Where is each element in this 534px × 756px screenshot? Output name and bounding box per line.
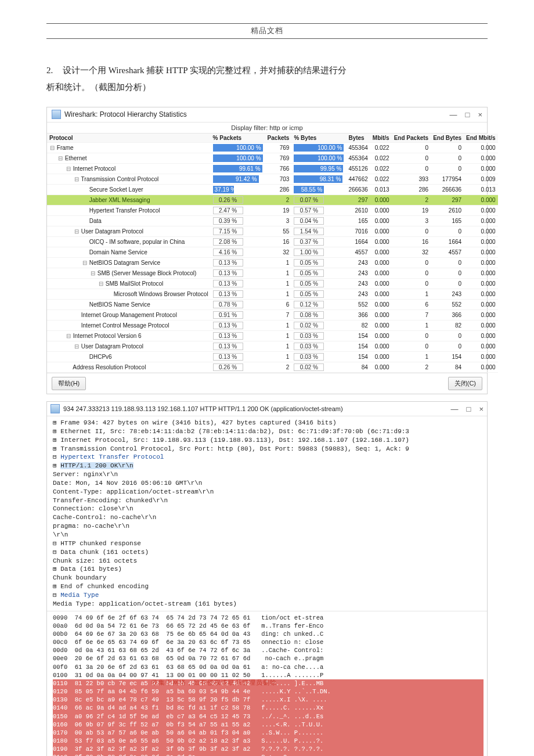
tree-line[interactable]: Content-Type: application/octet-stream\r… — [53, 488, 484, 496]
tree-line[interactable]: Media Type: application/octet-stream (16… — [53, 600, 484, 609]
tree-line[interactable]: ⊞ End of chunked encoding — [53, 582, 484, 591]
hex-line: 0100 31 0d 0a 0a 04 00 97 41 13 00 01 00… — [53, 671, 484, 679]
hex-line: 0170 00 ab 53 a7 57 a6 0e ab 50 a6 04 ab… — [53, 729, 484, 737]
table-row[interactable]: ⊟ NetBIOS Datagram Service0.13 %10.05 %2… — [47, 258, 498, 268]
tree-line[interactable]: Cache-Control: no-cache\r\n — [53, 513, 484, 522]
tree-line[interactable]: pragma: no-cache\r\n — [53, 522, 484, 531]
hex-line: 0160 06 9b 07 9f 3c ff 52 a7 0b f3 54 a7… — [53, 721, 484, 729]
tree-line[interactable]: Transfer-Encoding: chunked\r\n — [53, 496, 484, 505]
hex-line: 0090 74 69 6f 6e 2f 6f 63 74 65 74 2d 73… — [53, 614, 484, 622]
display-filter-label: Display filter: http or icmp — [47, 123, 487, 134]
table-row[interactable]: ⊟ SMB (Server Message Block Protocol)0.1… — [47, 268, 498, 279]
column-header[interactable]: End Packets — [392, 134, 431, 143]
close-button[interactable]: × — [478, 110, 482, 119]
table-row[interactable]: NetBIOS Name Service0.78 %60.12 %5520.00… — [47, 300, 498, 310]
table-row[interactable]: Microsoft Windows Browser Protocol0.13 %… — [47, 289, 498, 300]
column-header[interactable]: % Bytes — [291, 134, 346, 143]
table-row[interactable]: Address Resolution Protocol0.26 %20.02 %… — [47, 362, 498, 373]
close-button[interactable]: × — [479, 405, 484, 413]
packet-window: 934 247.333213 119.188.93.113 192.168.1.… — [46, 401, 488, 756]
tree-line[interactable]: ⊞ Internet Protocol, Src: 119.188.93.113… — [53, 436, 484, 445]
column-header[interactable]: Packets — [265, 134, 292, 143]
table-row[interactable]: ⊟ SMB MailSlot Protocol0.13 %10.05 %2430… — [47, 279, 498, 289]
protocol-stats-window: Wireshark: Protocol Hierarchy Statistics… — [46, 107, 488, 394]
tree-line[interactable]: ⊞ Transmission Control Protocol, Src Por… — [53, 445, 484, 453]
table-row[interactable]: Internet Control Message Protocol0.13 %1… — [47, 321, 498, 331]
table-row[interactable]: Jabber XML Messaging0.26 %20.07 %2970.00… — [47, 195, 498, 206]
hex-line: 00d0 0d 0a 43 61 63 68 65 2d 43 6f 6e 74… — [53, 646, 484, 654]
hex-line: 00e0 20 6e 6f 2d 63 61 63 68 65 0d 0a 70… — [53, 654, 484, 663]
protocol-table: Protocol% PacketsPackets% BytesBytesMbit… — [47, 134, 498, 373]
hex-line: 00c0 6f 6e 6e 65 63 74 69 6f 6e 3a 20 63… — [53, 638, 484, 646]
window-title: Wireshark: Protocol Hierarchy Statistics — [64, 110, 187, 118]
app-icon — [50, 404, 60, 413]
column-header[interactable]: Bytes — [346, 134, 370, 143]
maximize-button[interactable]: □ — [467, 405, 471, 413]
table-row[interactable]: ⊟ User Datagram Protocol0.13 %10.03 %154… — [47, 341, 498, 352]
column-header[interactable]: End Bytes — [431, 134, 464, 143]
hex-line: 00a0 6d 0d 0a 54 72 61 6e 73 66 65 72 2d… — [53, 622, 484, 630]
close-dialog-button[interactable]: 关闭(C) — [448, 377, 482, 390]
table-row[interactable]: ⊟ Frame100.00 %769100.00 %4553640.022000… — [47, 143, 498, 153]
tree-line[interactable]: ⊟ Hypertext Transfer Protocol — [53, 453, 484, 462]
hex-line: 0180 53 f7 03 a5 0e a6 55 a6 50 9b 02 a2… — [53, 737, 484, 745]
packet-title: 934 247.333213 119.188.93.113 192.168.1.… — [63, 405, 451, 412]
hex-line: 0120 85 05 7f aa 04 4b f6 59 a5 ba 60 03… — [53, 687, 484, 696]
hex-pane[interactable]: 0090 74 69 6f 6e 2f 6f 63 74 65 74 2d 73… — [47, 611, 487, 756]
tree-line[interactable]: Chunk size: 161 octets — [53, 557, 484, 566]
app-icon — [52, 110, 61, 119]
task-text: 2.设计一个用 Wireshark 捕获 HTTP 实现的完整过程，并对捕获的结… — [46, 62, 488, 95]
hex-line: 00b0 64 69 6e 67 3a 20 63 68 75 6e 6b 65… — [53, 630, 484, 638]
hex-line: 00f0 61 3a 20 6e 6f 2d 63 61 63 68 65 0d… — [53, 663, 484, 671]
table-row[interactable]: ⊟ Transmission Control Protocol91.42 %70… — [47, 174, 498, 185]
packet-tree[interactable]: ⊞ Frame 934: 427 bytes on wire (3416 bit… — [47, 416, 487, 611]
maximize-button[interactable]: □ — [466, 110, 470, 119]
column-header[interactable]: % Packets — [211, 134, 265, 143]
table-row[interactable]: Hypertext Transfer Protocol2.47 %190.57 … — [47, 206, 498, 216]
tree-line[interactable]: ⊞ Data (161 bytes) — [53, 565, 484, 574]
table-row[interactable]: ⊟ Ethernet100.00 %769100.00 %4553640.022… — [47, 153, 498, 164]
table-row[interactable]: Domain Name Service4.16 %321.00 %45570.0… — [47, 247, 498, 258]
table-row[interactable]: ⊟ User Datagram Protocol7.15 %551.54 %70… — [47, 226, 498, 237]
tree-line[interactable]: ⊞ Ethernet II, Src: 78:eb:14:11:da:b2 (7… — [53, 427, 484, 436]
table-row[interactable]: ⊟ Internet Protocol99.61 %76699.95 %4551… — [47, 164, 498, 174]
hex-line: 0150 a0 96 2f c4 1d 5f 5e ad eb c7 a3 64… — [53, 712, 484, 721]
hex-line: 0190 3f a2 3f a2 3f a2 3f a2 3f 9b 3f 9b… — [53, 745, 484, 753]
tree-line[interactable]: ⊟ Data chunk (161 octets) — [53, 548, 484, 557]
table-row[interactable]: Internet Group Management Protocol0.91 %… — [47, 310, 498, 321]
doc-header: 精品文档 — [46, 24, 488, 39]
table-row[interactable]: Data0.39 %30.04 %1650.00031650.000 — [47, 216, 498, 226]
column-header[interactable]: End Mbit/s — [464, 134, 498, 143]
tree-line[interactable]: ⊞ HTTP/1.1 200 OK\r\n — [53, 462, 484, 470]
tree-line[interactable]: Server: nginx\r\n — [53, 470, 484, 479]
help-button[interactable]: 帮助(H) — [52, 377, 86, 390]
tree-line[interactable]: Connection: close\r\n — [53, 505, 484, 513]
tree-line[interactable]: Date: Mon, 14 Nov 2016 05:06:10 GMT\r\n — [53, 479, 484, 488]
table-row[interactable]: DHCPv60.13 %10.03 %1540.00011540.000 — [47, 352, 498, 362]
tree-line[interactable]: ⊟ Media Type — [53, 591, 484, 600]
tree-line[interactable]: Chunk boundary — [53, 574, 484, 582]
hex-line: 01a0 3f 98 3b 98 0d 0a 30 0d 0a 0d 0a ?.… — [53, 753, 484, 756]
table-row[interactable]: ⊟ Internet Protocol Version 60.13 %10.03… — [47, 331, 498, 341]
minimize-button[interactable]: — — [451, 405, 459, 413]
table-row[interactable]: OICQ - IM software, popular in China2.08… — [47, 237, 498, 247]
minimize-button[interactable]: — — [450, 110, 457, 119]
tree-line[interactable]: \r\n — [53, 531, 484, 539]
column-header[interactable]: Protocol — [47, 134, 211, 143]
hex-line: 0140 66 ac 9a d4 ad a4 43 f1 bd 8c fd a1… — [53, 704, 484, 712]
column-header[interactable]: Mbit/s — [370, 134, 392, 143]
tree-line[interactable]: ⊞ Frame 934: 427 bytes on wire (3416 bit… — [53, 419, 484, 427]
hex-line: 0130 8c e5 bc a9 e4 78 c7 49 13 5c 58 9f… — [53, 696, 484, 704]
tree-line[interactable]: ⊟ HTTP chunked response — [53, 539, 484, 548]
table-row[interactable]: Secure Socket Layer37.19 %28658.55 %2666… — [47, 185, 498, 195]
